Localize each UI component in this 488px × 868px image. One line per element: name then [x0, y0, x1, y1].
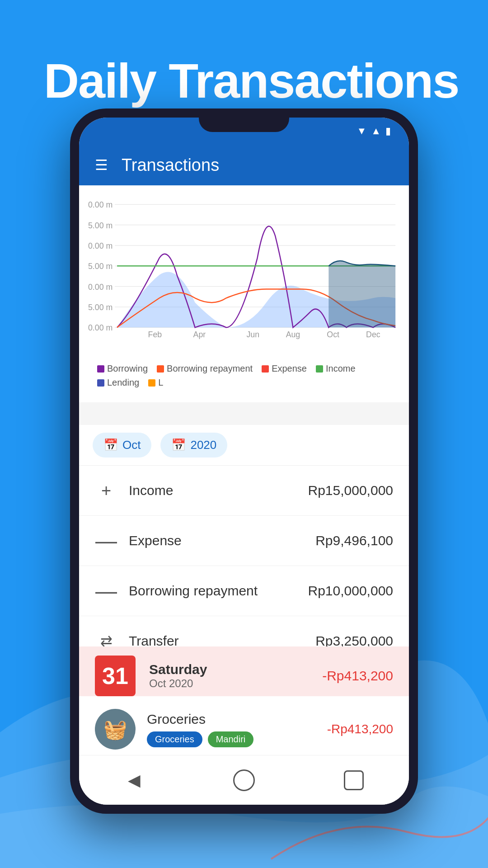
tag-mandiri: Mandiri [208, 731, 254, 747]
svg-text:Aug: Aug [286, 330, 300, 339]
svg-text:20.00 m: 20.00 m [88, 241, 113, 250]
date-amount: -Rp413,200 [322, 668, 393, 684]
svg-text:Feb: Feb [148, 330, 162, 339]
app-header: ☰ Transactions [79, 145, 409, 185]
svg-text:Apr: Apr [193, 330, 206, 339]
header-title: Transactions [122, 156, 219, 175]
phone-frame: ▼ ▲ ▮ ☰ Transactions 0.00 m [70, 108, 418, 814]
recent-button[interactable] [340, 767, 367, 794]
home-button[interactable] [230, 767, 258, 794]
hamburger-icon[interactable]: ☰ [95, 156, 108, 174]
bottom-nav: ◀ [79, 755, 409, 805]
notch [199, 118, 289, 132]
calendar-icon: 📅 [103, 438, 118, 452]
svg-text:25.00 m: 25.00 m [88, 221, 113, 230]
income-amount: Rp15,000,000 [308, 483, 394, 498]
summary-income-row: + Income Rp15,000,000 [79, 466, 409, 516]
svg-text:Jun: Jun [246, 330, 259, 339]
date-info: Saturday Oct 2020 [149, 662, 322, 690]
income-label: Income [129, 483, 308, 498]
legend-lending: Lending [97, 377, 139, 388]
calendar-icon-2: 📅 [171, 438, 186, 452]
legend-income: Income [316, 363, 356, 374]
expense-label: Expense [129, 533, 315, 548]
transaction-amount: -Rp413,200 [327, 722, 393, 736]
transaction-item[interactable]: 🧺 Groceries Groceries Mandiri -Rp413,200 [79, 696, 409, 762]
borrowing-amount: Rp10,000,000 [308, 583, 394, 599]
borrowing-icon: — [95, 580, 117, 602]
svg-text:15.00 m: 15.00 m [88, 262, 113, 271]
back-icon: ◀ [128, 771, 141, 790]
legend-other: L [148, 377, 163, 388]
signal-icon: ▲ [371, 125, 381, 137]
date-badge: 31 [95, 656, 136, 696]
transaction-icon: 🧺 [95, 709, 136, 750]
back-button[interactable]: ◀ [121, 767, 148, 794]
wifi-icon: ▼ [357, 125, 366, 137]
chart-container: 0.00 m 5.00 m 10.00 m 15.00 m 20.00 m 25… [79, 185, 409, 402]
month-year: Oct 2020 [149, 677, 322, 690]
recent-icon [344, 770, 364, 790]
summary-section: + Income Rp15,000,000 — Expense Rp9,496,… [79, 466, 409, 666]
battery-icon: ▮ [385, 125, 391, 137]
summary-borrowing-row: — Borrowing repayment Rp10,000,000 [79, 566, 409, 616]
expense-icon: — [95, 529, 117, 552]
svg-text:30.00 m: 30.00 m [88, 200, 113, 209]
svg-text:10.00 m: 10.00 m [88, 283, 113, 292]
year-chip[interactable]: 📅 2020 [160, 433, 227, 458]
income-icon: + [95, 479, 117, 502]
legend-expense: Expense [262, 363, 307, 374]
page-title: Daily Transactions [44, 54, 459, 108]
tag-groceries: Groceries [147, 731, 202, 747]
summary-expense-row: — Expense Rp9,496,100 [79, 516, 409, 566]
legend-borrowing: Borrowing [97, 363, 148, 374]
day-name: Saturday [149, 662, 322, 677]
legend-borrowing-repayment: Borrowing repayment [157, 363, 253, 374]
svg-text:Oct: Oct [327, 330, 339, 339]
svg-text:5.00 m: 5.00 m [88, 303, 113, 312]
date-filter: 📅 Oct 📅 2020 [79, 425, 409, 466]
svg-text:Dec: Dec [366, 330, 380, 339]
transaction-tags: Groceries Mandiri [147, 731, 327, 747]
borrowing-label: Borrowing repayment [129, 583, 308, 599]
transaction-name: Groceries [147, 712, 327, 727]
phone-screen: ▼ ▲ ▮ ☰ Transactions 0.00 m [79, 118, 409, 805]
day-number: 31 [102, 662, 128, 689]
month-label: Oct [122, 438, 141, 452]
home-icon [233, 769, 255, 791]
month-chip[interactable]: 📅 Oct [93, 433, 151, 458]
expense-amount: Rp9,496,100 [315, 533, 393, 548]
svg-text:0.00 m: 0.00 m [88, 323, 113, 332]
year-label: 2020 [190, 438, 216, 452]
transaction-info: Groceries Groceries Mandiri [147, 712, 327, 747]
chart-legend: Borrowing Borrowing repayment Expense In… [88, 359, 400, 392]
